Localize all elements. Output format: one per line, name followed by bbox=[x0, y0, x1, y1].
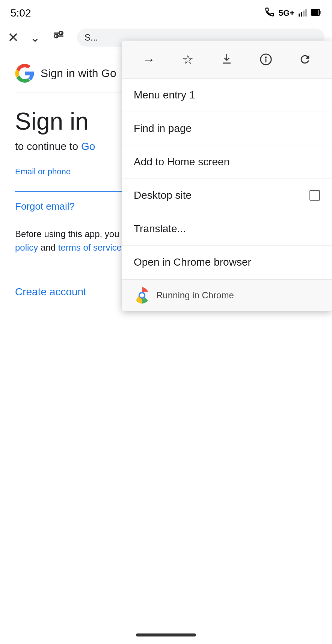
svg-rect-0 bbox=[299, 14, 300, 17]
menu-item-desktop-site[interactable]: Desktop site bbox=[122, 179, 332, 212]
status-bar: 5:02 5G+ bbox=[0, 0, 332, 23]
refresh-icon[interactable] bbox=[295, 50, 315, 69]
svg-rect-1 bbox=[301, 12, 302, 17]
dropdown-menu: → ☆ Menu entry 1 Find in page Add to Hom… bbox=[122, 41, 332, 311]
menu-item-add-home[interactable]: Add to Home screen bbox=[122, 145, 332, 179]
terms-of-service-link[interactable]: terms of service bbox=[58, 242, 122, 252]
desktop-site-checkbox[interactable] bbox=[309, 190, 320, 201]
menu-item-open-chrome-label: Open in Chrome browser bbox=[134, 256, 251, 268]
menu-item-find-label: Find in page bbox=[134, 122, 192, 135]
chrome-icon bbox=[134, 287, 150, 304]
email-label: Email or phone bbox=[15, 167, 71, 177]
privacy-and-text: and bbox=[38, 242, 58, 252]
svg-point-17 bbox=[140, 293, 144, 298]
menu-item-desktop-site-label: Desktop site bbox=[134, 189, 192, 201]
running-in-chrome-footer: Running in Chrome bbox=[122, 279, 332, 311]
filter-button[interactable] bbox=[51, 29, 66, 46]
menu-item-add-home-label: Add to Home screen bbox=[134, 156, 229, 168]
menu-item-translate-label: Translate... bbox=[134, 223, 186, 235]
menu-item-open-chrome[interactable]: Open in Chrome browser bbox=[122, 246, 332, 279]
bookmark-icon[interactable]: ☆ bbox=[178, 50, 198, 69]
menu-item-entry1-label: Menu entry 1 bbox=[134, 89, 195, 101]
info-icon[interactable] bbox=[256, 50, 276, 69]
menu-item-find[interactable]: Find in page bbox=[122, 112, 332, 145]
5g-icon: 5G+ bbox=[279, 8, 294, 18]
battery-icon bbox=[311, 8, 321, 18]
signal-icon bbox=[298, 8, 307, 18]
download-icon[interactable] bbox=[217, 50, 237, 69]
status-time: 5:02 bbox=[11, 7, 31, 19]
svg-rect-3 bbox=[305, 9, 307, 17]
dropdown-toolbar: → ☆ bbox=[122, 41, 332, 79]
close-tab-button[interactable]: ✕ bbox=[8, 30, 19, 45]
google-logo-icon bbox=[15, 63, 35, 83]
create-account-button[interactable]: Create account bbox=[15, 280, 86, 304]
menu-item-translate[interactable]: Translate... bbox=[122, 212, 332, 246]
status-icons: 5G+ bbox=[264, 7, 321, 20]
home-indicator bbox=[136, 633, 196, 636]
forward-icon[interactable]: → bbox=[139, 50, 158, 69]
svg-rect-5 bbox=[312, 10, 318, 15]
menu-item-entry1[interactable]: Menu entry 1 bbox=[122, 79, 332, 112]
svg-rect-2 bbox=[303, 11, 305, 17]
google-header-text: Sign in with Go bbox=[41, 67, 116, 80]
running-in-chrome-text: Running in Chrome bbox=[156, 290, 234, 301]
wifi-calling-icon bbox=[264, 7, 275, 20]
tab-dropdown-button[interactable]: ⌄ bbox=[30, 30, 40, 45]
continue-to-link[interactable]: Go bbox=[81, 141, 95, 152]
